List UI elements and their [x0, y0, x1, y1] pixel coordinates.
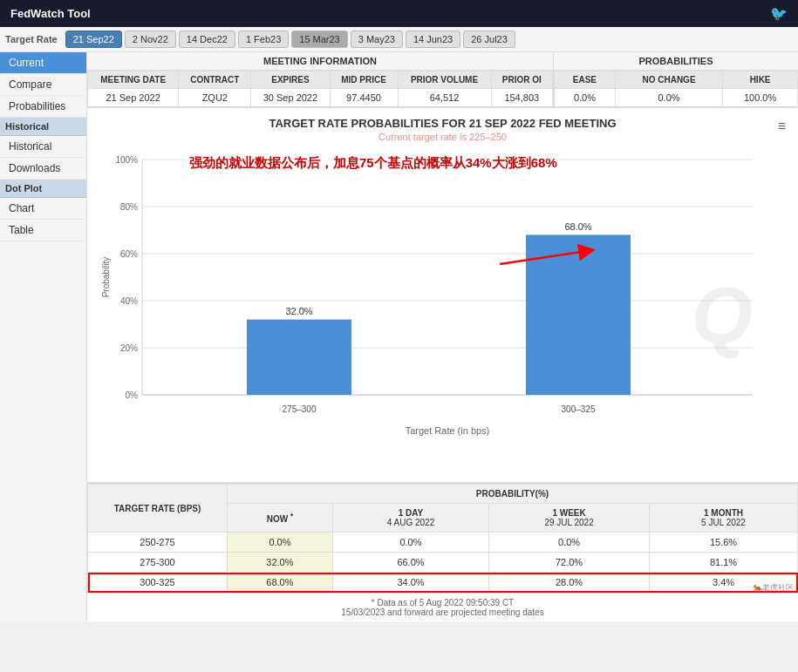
rate-250-275: 250-275 [88, 533, 228, 553]
svg-text:275–300: 275–300 [282, 404, 316, 414]
meeting-info-table: MEETING DATE CONTRACT EXPIRES MID PRICE … [87, 71, 553, 107]
table-footnote: * Data as of 5 Aug 2022 09:50:39 CT 15/0… [87, 593, 798, 621]
day1-300-325: 34.0% [332, 573, 488, 593]
th-prior-oi: PRIOR OI [491, 71, 552, 89]
th-no-change: NO CHANGE [615, 71, 722, 89]
meeting-info-title: MEETING INFORMATION [87, 52, 553, 71]
tab-21sep22[interactable]: 21 Sep22 [65, 31, 122, 48]
tab-bar: Target Rate 21 Sep22 2 Nov22 14 Dec22 1 … [0, 27, 798, 52]
sidebar-item-probabilities[interactable]: Probabilities [0, 96, 86, 118]
th-contract: CONTRACT [179, 71, 251, 89]
sidebar-historical-header: Historical [0, 118, 86, 136]
prior-oi: 154,803 [491, 89, 552, 107]
table-row-250-275: 250-275 0.0% 0.0% 0.0% 15.6% [88, 533, 798, 553]
sidebar-item-downloads[interactable]: Downloads [0, 158, 86, 180]
now-275-300: 32.0% [228, 553, 333, 573]
sidebar-item-chart[interactable]: Chart [0, 198, 86, 220]
rate-300-325: 300-325 [88, 573, 228, 593]
data-table: TARGET RATE (BPS) PROBABILITY(%) NOW * 1… [87, 484, 798, 593]
svg-text:68.0%: 68.0% [564, 221, 591, 232]
probabilities-title: PROBABILITIES [554, 52, 798, 71]
probabilities-box: PROBABILITIES EASE NO CHANGE HIKE 0.0% 0… [554, 52, 798, 107]
th-1week: 1 WEEK29 JUL 2022 [489, 504, 650, 533]
mid-price: 97.4450 [330, 89, 398, 107]
table-row-300-325: 300-325 68.0% 34.0% 28.0% 3.4% 🐅老虎社区 [88, 573, 798, 593]
chart-area: TARGET RATE PROBABILITIES FOR 21 SEP 202… [87, 108, 798, 482]
th-target-rate: TARGET RATE (BPS) [88, 485, 228, 533]
app-title: FedWatch Tool [10, 7, 91, 20]
content-area: MEETING INFORMATION MEETING DATE CONTRAC… [87, 52, 798, 621]
chart-menu-icon[interactable]: ≡ [778, 119, 786, 134]
rate-275-300: 275-300 [88, 553, 228, 573]
svg-text:Q: Q [692, 272, 753, 359]
prob-row: 0.0% 0.0% 100.0% [555, 89, 798, 107]
bar-chart-svg: 100% 80% 60% 40% 20% 0% Probability 32.0… [99, 151, 788, 473]
tab-2nov22[interactable]: 2 Nov22 [125, 31, 176, 48]
svg-text:300–325: 300–325 [561, 404, 595, 414]
week1-300-325: 28.0% [489, 573, 650, 593]
month1-275-300: 81.1% [650, 553, 798, 573]
week1-250-275: 0.0% [489, 533, 650, 553]
svg-text:Probability: Probability [101, 257, 111, 298]
tab-26jul23[interactable]: 26 Jul23 [463, 31, 515, 48]
svg-text:40%: 40% [119, 296, 137, 306]
expires: 30 Sep 2022 [251, 89, 330, 107]
now-300-325: 68.0% [228, 573, 333, 593]
footer-text: 15/03/2023 and forward are projected mee… [92, 608, 794, 617]
tab-1feb23[interactable]: 1 Feb23 [238, 31, 289, 48]
svg-text:100%: 100% [115, 155, 138, 165]
twitter-icon[interactable]: 🐦 [770, 5, 788, 22]
main-container: Current Compare Probabilities Historical… [0, 52, 798, 621]
sidebar-item-historical[interactable]: Historical [0, 136, 86, 158]
svg-text:32.0%: 32.0% [285, 306, 312, 316]
th-expires: EXPIRES [251, 71, 330, 89]
tab-bar-label: Target Rate [5, 34, 58, 44]
prior-volume: 64,512 [398, 89, 491, 107]
tab-14jun23[interactable]: 14 Jun23 [406, 31, 460, 48]
tab-15mar23[interactable]: 15 Mar23 [291, 31, 347, 48]
contract: ZQU2 [179, 89, 251, 107]
day1-250-275: 0.0% [332, 533, 488, 553]
svg-text:Target Rate (in bps): Target Rate (in bps) [405, 425, 489, 436]
tab-3may23[interactable]: 3 May23 [351, 31, 403, 48]
sidebar-item-table[interactable]: Table [0, 220, 86, 241]
svg-text:20%: 20% [119, 343, 137, 353]
annotation: 强劲的就业数据公布后，加息75个基点的概率从34%大涨到68% [188, 153, 559, 173]
th-hike: HIKE [723, 71, 798, 89]
th-ease: EASE [555, 71, 616, 89]
sidebar: Current Compare Probabilities Historical… [0, 52, 87, 621]
sidebar-item-compare[interactable]: Compare [0, 74, 86, 96]
prob-no-change: 0.0% [615, 89, 722, 107]
th-1month: 1 MONTH5 JUL 2022 [650, 504, 798, 533]
meeting-info-row: 21 Sep 2022 ZQU2 30 Sep 2022 97.4450 64,… [88, 89, 553, 107]
th-mid-price: MID PRICE [330, 71, 398, 89]
now-250-275: 0.0% [228, 533, 333, 553]
sidebar-dotplot-header: Dot Plot [0, 180, 86, 198]
th-meeting-date: MEETING DATE [88, 71, 179, 89]
month1-250-275: 15.6% [650, 533, 798, 553]
table-row-275-300: 275-300 32.0% 66.0% 72.0% 81.1% [88, 553, 798, 573]
meeting-date: 21 Sep 2022 [88, 89, 179, 107]
footnote-asterisk: * Data as of 5 Aug 2022 09:50:39 CT [92, 598, 794, 608]
day1-275-300: 66.0% [332, 553, 488, 573]
meeting-info-section: MEETING INFORMATION MEETING DATE CONTRAC… [87, 52, 798, 108]
chart-subtitle: Current target rate is 225–250 [96, 132, 789, 142]
svg-text:0%: 0% [125, 390, 138, 400]
month1-300-325: 3.4% 🐅老虎社区 [650, 573, 798, 593]
bar-275-300 [247, 320, 351, 395]
th-prior-volume: PRIOR VOLUME [398, 71, 491, 89]
week1-275-300: 72.0% [489, 553, 650, 573]
svg-text:60%: 60% [119, 249, 137, 259]
sidebar-item-current[interactable]: Current [0, 52, 86, 74]
annotation-text: 强劲的就业数据公布后，加息75个基点的概率从34%大涨到68% [189, 155, 557, 170]
prob-hike: 100.0% [723, 89, 798, 107]
tab-14dec22[interactable]: 14 Dec22 [179, 31, 235, 48]
probabilities-table: EASE NO CHANGE HIKE 0.0% 0.0% 100.0% [554, 71, 798, 107]
th-now: NOW * [228, 504, 333, 533]
prob-ease: 0.0% [555, 89, 616, 107]
th-probability: PROBABILITY(%) [228, 485, 798, 504]
th-1day: 1 DAY4 AUG 2022 [332, 504, 488, 533]
app-header: FedWatch Tool 🐦 [0, 0, 798, 27]
data-table-section: TARGET RATE (BPS) PROBABILITY(%) NOW * 1… [87, 482, 798, 621]
meeting-info-box: MEETING INFORMATION MEETING DATE CONTRAC… [87, 52, 554, 107]
